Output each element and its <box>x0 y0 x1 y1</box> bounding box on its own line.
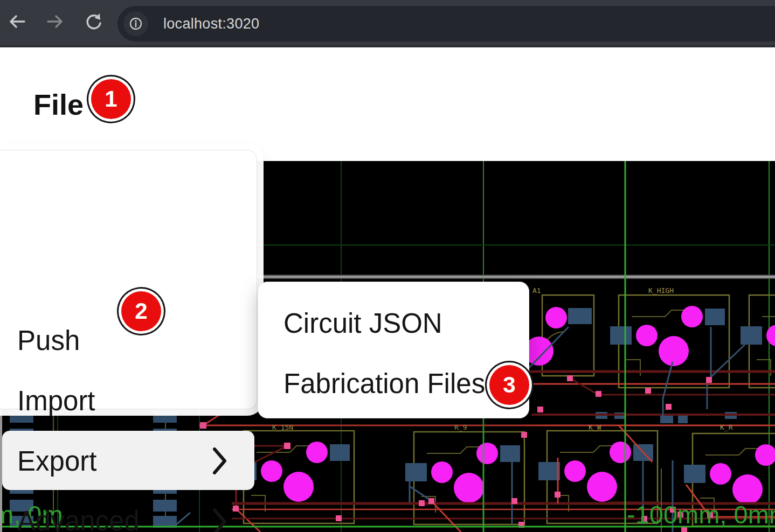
file-menu[interactable]: File <box>33 89 84 120</box>
menu-item-import[interactable]: Import <box>17 386 95 416</box>
step-2-badge: 2 <box>121 291 161 331</box>
browser-refresh-button[interactable] <box>79 8 109 38</box>
component-label: K_HIGH <box>648 286 674 295</box>
refresh-icon <box>84 11 104 34</box>
forward-arrow-icon <box>44 11 66 34</box>
url-text: localhost:3020 <box>163 16 259 32</box>
component-label: K_W <box>589 423 601 431</box>
back-arrow-icon <box>6 11 28 34</box>
menu-item-export[interactable]: Export <box>17 446 96 477</box>
site-info-icon[interactable] <box>123 11 148 36</box>
submenu-item-fabrication-files[interactable]: Fabrication Files <box>283 369 485 399</box>
pcb-coordinate-right: -100mm, 0mm <box>627 500 775 529</box>
chevron-right-icon <box>213 508 227 532</box>
menu-item-advanced[interactable]: Advanced <box>17 506 140 532</box>
browser-forward-button[interactable] <box>40 8 70 38</box>
step-3-badge: 3 <box>489 365 529 405</box>
file-dropdown-menu: Push Import Export Advanced <box>0 150 257 409</box>
component-label: K_R <box>720 423 733 431</box>
component-label: R_9 <box>454 423 467 431</box>
chevron-right-icon <box>213 447 227 474</box>
url-bar[interactable]: localhost:3020 <box>117 6 775 41</box>
menu-item-push[interactable]: Push <box>17 326 80 356</box>
browser-back-button[interactable] <box>2 8 32 38</box>
component-label: A1 <box>532 286 541 295</box>
submenu-item-circuit-json[interactable]: Circuit JSON <box>283 309 442 339</box>
component-label: K_15N <box>272 423 293 431</box>
export-submenu: Circuit JSON Fabrication Files <box>258 282 529 418</box>
step-1-badge: 1 <box>91 79 131 119</box>
browser-toolbar: localhost:3020 <box>0 0 775 47</box>
